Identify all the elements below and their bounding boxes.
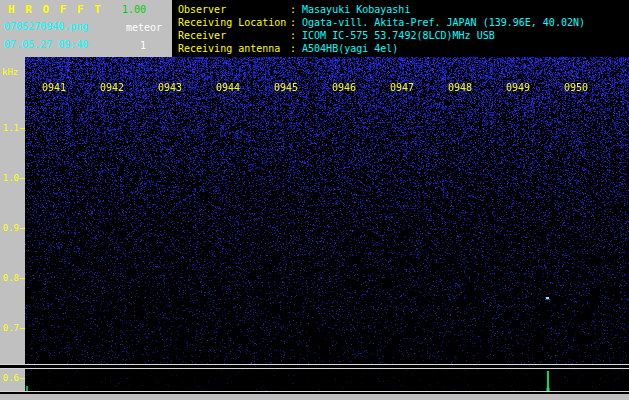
x-tick-label: 0942 [100, 82, 124, 93]
info-row-receiver: Receiver:ICOM IC-575 53.7492(8LCD)MHz US… [178, 29, 629, 42]
app-version: 1.00 [122, 4, 146, 15]
x-tick-label: 0949 [506, 82, 530, 93]
output-filename: 0705270940.png [4, 21, 88, 32]
observation-info: Observer:Masayuki Kobayashi Receiving Lo… [172, 0, 629, 57]
signal-level-strip [25, 369, 629, 391]
y-tick-label: 1.1 [0, 123, 19, 133]
info-separator: : [290, 17, 296, 28]
info-row-antenna: Receiving antenna:A504HB(yagi 4el) [178, 42, 629, 55]
y-tick-label: 0.6 [0, 373, 19, 383]
info-value: Masayuki Kobayashi [302, 4, 410, 15]
signal-level-canvas [25, 369, 629, 391]
count-label: 1 [140, 40, 146, 51]
y-axis-unit: kHz [2, 67, 18, 77]
hrofft-screen: H R O F F T 1.00 0705270940.png meteor 0… [0, 0, 629, 400]
spectrogram: 0941 0942 0943 0944 0945 0946 0947 0948 … [25, 57, 629, 364]
mode-label: meteor [126, 22, 162, 33]
info-value: ICOM IC-575 53.7492(8LCD)MHz USB [302, 30, 495, 41]
x-tick-label: 0941 [42, 82, 66, 93]
x-tick-label: 0945 [274, 82, 298, 93]
info-separator: : [290, 43, 296, 54]
y-axis: kHz 1.1 1.0 0.9 0.8 0.7 0.6 [0, 57, 25, 400]
info-row-observer: Observer:Masayuki Kobayashi [178, 3, 629, 16]
info-separator: : [290, 30, 296, 41]
info-label: Receiving Location [178, 16, 290, 29]
datetime-label: 07.05.27 09:40 [4, 39, 88, 50]
x-tick-label: 0946 [332, 82, 356, 93]
app-title: H R O F F T [8, 3, 103, 16]
info-separator: : [290, 4, 296, 15]
info-value: A504HB(yagi 4el) [302, 43, 398, 54]
info-label: Receiving antenna [178, 42, 290, 55]
x-tick-label: 0947 [390, 82, 414, 93]
y-tick-label: 1.0 [0, 173, 19, 183]
y-tick-label: 0.9 [0, 223, 19, 233]
spectrogram-canvas [25, 57, 629, 364]
y-tick-label: 0.7 [0, 323, 19, 333]
info-row-location: Receiving Location:Ogata-vill. Akita-Pre… [178, 16, 629, 29]
x-tick-label: 0948 [448, 82, 472, 93]
y-tick-label: 0.8 [0, 273, 19, 283]
info-label: Observer [178, 3, 290, 16]
info-value: Ogata-vill. Akita-Pref. JAPAN (139.96E, … [302, 17, 585, 28]
x-tick-label: 0944 [216, 82, 240, 93]
strip-bottom-band [0, 392, 629, 394]
app-header: H R O F F T 1.00 0705270940.png meteor 0… [0, 0, 172, 57]
info-label: Receiver [178, 29, 290, 42]
x-tick-label: 0950 [564, 82, 588, 93]
x-tick-label: 0943 [158, 82, 182, 93]
